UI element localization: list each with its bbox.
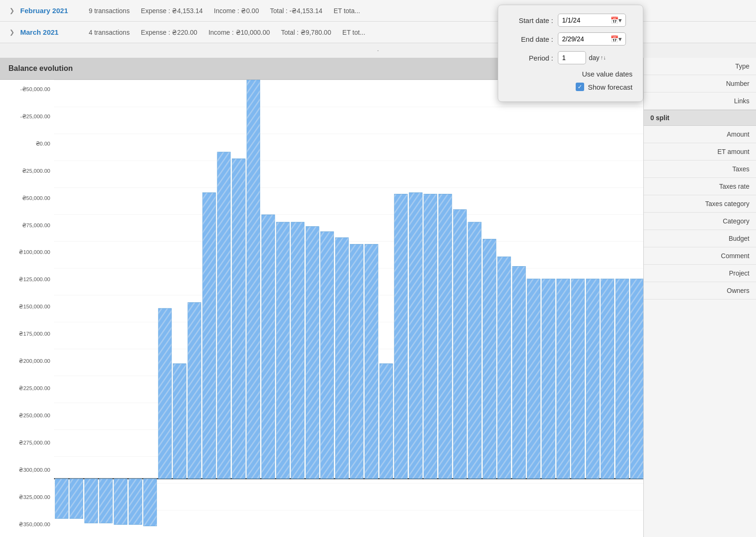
calendar-icon[interactable]: 📅▾ [610,16,622,24]
y-label: ₴125,000.00 [2,277,50,283]
y-label: ₴225,000.00 [2,386,50,391]
sidebar-section-header: 0 split [644,110,756,126]
y-label: ₴250,000.00 [2,413,50,419]
sidebar-item-budget[interactable]: Budget [644,230,756,247]
svg-rect-24 [335,238,348,479]
svg-rect-8 [99,479,112,523]
sidebar-item-label: Project [729,269,749,277]
sidebar-item-type[interactable]: Type [644,58,756,75]
transaction-meta: 9 transactions Expense : ₴4,153.14 Incom… [89,7,370,15]
main-content: ❯ February 2021 9 transactions Expense :… [0,0,756,537]
show-forecast-label: Show forecast [588,83,633,91]
end-date-value: 2/29/24 [562,35,584,43]
svg-rect-31 [439,194,452,479]
svg-rect-22 [306,227,319,479]
svg-rect-44 [630,279,643,479]
svg-rect-40 [571,279,585,479]
svg-rect-20 [276,222,289,479]
sidebar-item-label: Type [735,62,749,70]
svg-rect-41 [586,279,599,479]
y-label: ₴150,000.00 [2,304,50,310]
svg-rect-9 [114,479,127,524]
svg-rect-34 [483,239,496,479]
start-date-value: 1/1/24 [562,16,580,24]
period-label: Period : [509,54,553,62]
svg-rect-18 [247,80,260,479]
stepper-arrows[interactable]: ↑↓ [601,54,606,61]
sidebar-item-label: Amount [727,130,749,138]
sidebar-item-number[interactable]: Number [644,75,756,92]
y-axis: ₴350,000.00 ₴325,000.00 ₴300,000.00 ₴275… [0,80,54,537]
sidebar-item-category[interactable]: Category [644,213,756,230]
use-value-dates-row: Use value dates [509,70,633,78]
svg-rect-6 [70,479,83,519]
y-label: ₴275,000.00 [2,440,50,446]
svg-rect-38 [542,279,555,479]
svg-rect-15 [202,192,216,479]
transaction-count: 9 transactions [89,7,130,15]
show-forecast-row[interactable]: ✓ Show forecast [509,83,633,91]
right-sidebar: Type Number Links 0 split Amount ET amou… [643,58,756,537]
transaction-total: Total : -₴4,153.14 [270,7,322,15]
y-label: ₴300,000.00 [2,468,50,473]
y-label: ₴0.00 [2,141,50,147]
svg-rect-19 [262,215,275,478]
sidebar-section-title: 0 split [650,114,669,122]
svg-rect-39 [556,279,570,479]
svg-rect-33 [468,222,481,479]
sidebar-item-label: Comment [721,252,749,260]
month-label[interactable]: February 2021 [20,7,81,15]
start-date-input[interactable]: 1/1/24 📅▾ [558,14,626,27]
svg-rect-10 [129,479,142,524]
svg-rect-42 [601,279,614,479]
period-row: Period : 1 day ↑↓ [509,51,633,64]
transaction-meta: 4 transactions Expense : ₴220.00 Income … [89,29,375,36]
sidebar-item-label: Budget [729,235,749,242]
svg-rect-27 [379,364,393,479]
transaction-total: Total : ₴9,780.00 [281,29,331,36]
start-date-row: Start date : 1/1/24 📅▾ [509,14,633,27]
period-input[interactable]: 1 [558,51,586,64]
sidebar-item-comment[interactable]: Comment [644,247,756,265]
sidebar-item-taxes-category[interactable]: Taxes category [644,195,756,213]
svg-rect-26 [365,244,378,479]
month-label[interactable]: March 2021 [20,28,81,36]
transaction-income: Income : ₴0.00 [214,7,259,15]
transaction-expense: Expense : ₴220.00 [141,29,197,36]
svg-rect-13 [173,364,186,479]
svg-rect-7 [85,479,98,523]
svg-rect-35 [498,257,511,479]
svg-rect-16 [217,152,231,479]
start-date-label: Start date : [509,16,553,24]
sidebar-item-et-amount[interactable]: ET amount [644,143,756,161]
y-label: ₴25,000.00 [2,169,50,174]
period-unit[interactable]: day ↑↓ [589,54,606,61]
svg-rect-11 [144,479,157,526]
calendar-icon[interactable]: 📅▾ [610,35,622,43]
svg-rect-17 [232,159,245,479]
y-label: ₴350,000.00 [2,522,50,528]
svg-rect-29 [409,192,422,479]
show-forecast-checkbox[interactable]: ✓ [576,83,584,91]
sidebar-item-project[interactable]: Project [644,265,756,282]
end-date-input[interactable]: 2/29/24 📅▾ [558,32,626,46]
use-value-dates-label: Use value dates [582,70,633,78]
sidebar-item-taxes-rate[interactable]: Taxes rate [644,178,756,195]
sidebar-item-amount[interactable]: Amount [644,126,756,143]
bottom-section: Balance evolution ··· ₴350,000.00 ₴325,0… [0,58,756,537]
sidebar-item-label: Taxes [732,165,749,173]
sidebar-item-label: Number [726,80,749,87]
svg-rect-25 [350,244,363,479]
svg-rect-5 [55,479,68,519]
chart-area: ₴350,000.00 ₴325,000.00 ₴300,000.00 ₴275… [0,80,756,537]
y-label: ₴325,000.00 [2,495,50,500]
sidebar-item-taxes[interactable]: Taxes [644,161,756,178]
sidebar-item-owners[interactable]: Owners [644,282,756,299]
period-value: 1 [562,54,566,61]
sidebar-item-label: Owners [727,287,749,294]
sidebar-item-label: Category [723,217,749,225]
transaction-count: 4 transactions [89,29,130,36]
y-label: ₴175,000.00 [2,331,50,337]
y-label: ₴75,000.00 [2,223,50,229]
sidebar-item-links[interactable]: Links [644,92,756,110]
